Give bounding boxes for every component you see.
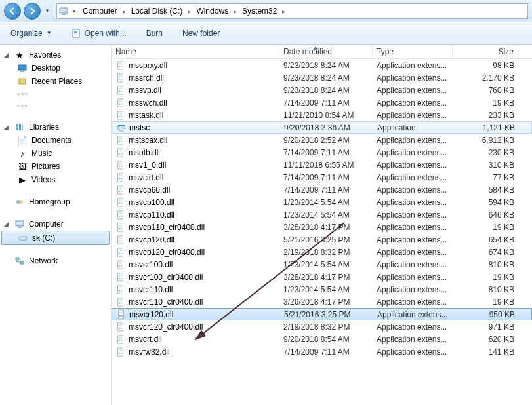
sidebar-item-blurred[interactable]: ▫ ▫▫ xyxy=(1,100,110,111)
file-name: msvcr110_clr0400.dll xyxy=(129,298,203,307)
computer-label: Computer xyxy=(29,220,64,229)
sidebar-item-videos[interactable]: ▶Videos xyxy=(1,173,110,186)
dll-file-icon xyxy=(115,197,126,208)
column-header-name[interactable]: Name xyxy=(112,45,279,58)
table-row[interactable]: msv1_0.dll11/11/2018 6:55 AMApplication … xyxy=(112,159,532,171)
recent-places-icon xyxy=(17,76,28,87)
breadcrumb[interactable]: ▸ Computer▸Local Disk (C:)▸Windows▸Syste… xyxy=(56,3,528,19)
sidebar-item-blurred[interactable]: ▫ ▫▫ xyxy=(1,88,110,100)
libraries-header[interactable]: ◢ Libraries xyxy=(1,121,110,134)
table-row[interactable]: msvcr120_clr0400.dll2/19/2018 8:32 PMApp… xyxy=(112,320,532,333)
table-row[interactable]: msvcp110_clr0400.dll3/26/2018 4:17 PMApp… xyxy=(112,221,532,233)
table-row[interactable]: msvcr110_clr0400.dll3/26/2018 4:17 PMApp… xyxy=(112,296,532,308)
svg-rect-80 xyxy=(119,249,121,251)
svg-rect-100 xyxy=(119,311,122,313)
open-with-button[interactable]: Open with... xyxy=(68,26,131,41)
column-header-type[interactable]: Type xyxy=(373,45,453,58)
computer-icon xyxy=(14,219,25,229)
sidebar-item-recent-places[interactable]: Recent Places xyxy=(1,75,110,88)
svg-rect-88 xyxy=(119,274,121,276)
breadcrumb-item[interactable]: System32 xyxy=(239,7,279,16)
burn-button[interactable]: Burn xyxy=(142,27,167,40)
homegroup-header[interactable]: ▸ Homegroup xyxy=(1,195,110,208)
table-row[interactable]: msswch.dll7/14/2009 7:11 AMApplication e… xyxy=(112,96,532,109)
svg-point-107 xyxy=(121,339,122,341)
forward-button[interactable] xyxy=(24,3,41,20)
file-rows[interactable]: mssprxy.dll9/23/2018 8:24 AMApplication … xyxy=(112,59,532,405)
file-type: Application xyxy=(373,123,453,132)
table-row[interactable]: msvcrt.dll9/20/2018 8:54 AMApplication e… xyxy=(112,333,532,345)
table-row[interactable]: msvcr100.dll1/23/2014 5:54 AMApplication… xyxy=(112,258,532,271)
organize-button[interactable]: Organize ▼ xyxy=(7,27,56,40)
file-name: mssrch.dll xyxy=(129,73,164,83)
table-row[interactable]: msutb.dll7/14/2009 7:11 AMApplication ex… xyxy=(112,146,532,159)
dll-file-icon xyxy=(115,60,126,71)
breadcrumb-item[interactable]: Local Disk (C:) xyxy=(129,7,186,16)
file-type: Application extens... xyxy=(373,136,453,145)
breadcrumb-item[interactable]: Windows xyxy=(194,7,231,16)
file-type: Application extens... xyxy=(373,322,453,332)
table-row[interactable]: msvcp60.dll7/14/2009 7:11 AMApplication … xyxy=(112,183,532,196)
svg-rect-52 xyxy=(119,162,121,164)
table-row[interactable]: mstsc9/20/2018 2:36 AMApplication1,121 K… xyxy=(112,121,532,134)
svg-rect-1 xyxy=(62,14,66,15)
table-row[interactable]: mssrch.dll9/23/2018 8:24 AMApplication e… xyxy=(112,71,532,84)
nav-history-dropdown[interactable]: ▼ xyxy=(43,3,51,20)
table-row[interactable]: msvfw32.dll7/14/2009 7:11 AMApplication … xyxy=(112,345,532,358)
svg-point-27 xyxy=(119,90,120,92)
sidebar-item-music[interactable]: ♪Music xyxy=(1,147,110,160)
file-date: 7/14/2009 7:11 AM xyxy=(279,148,373,157)
svg-point-42 xyxy=(119,140,120,142)
svg-rect-96 xyxy=(119,299,121,301)
table-row[interactable]: mssvp.dll9/23/2018 8:24 AMApplication ex… xyxy=(112,84,532,96)
table-row[interactable]: msvcp100.dll1/23/2014 5:54 AMApplication… xyxy=(112,196,532,208)
table-row[interactable]: msvcp120_clr0400.dll2/19/2018 8:32 PMApp… xyxy=(112,246,532,258)
breadcrumb-item[interactable]: Computer xyxy=(80,7,120,16)
file-date: 1/23/2014 5:54 AM xyxy=(279,210,373,220)
network-header[interactable]: ▸ Network xyxy=(1,254,110,267)
file-name: msutb.dll xyxy=(129,148,160,157)
file-type: Application extens... xyxy=(373,335,453,344)
svg-rect-4 xyxy=(18,65,26,70)
table-row[interactable]: msvcp110.dll1/23/2014 5:54 AMApplication… xyxy=(112,208,532,221)
new-folder-label: New folder xyxy=(182,29,220,38)
sidebar-item-local-disk-c[interactable]: sk (C:) xyxy=(1,231,110,245)
dll-file-icon xyxy=(115,222,126,233)
file-name: msv1_0.dll xyxy=(129,161,166,170)
column-header-date[interactable]: Date modified xyxy=(279,45,373,58)
svg-point-46 xyxy=(119,153,120,154)
table-row[interactable]: msvcp120.dll5/21/2016 3:25 PMApplication… xyxy=(112,233,532,246)
table-row[interactable]: msvcirt.dll7/14/2009 7:11 AMApplication … xyxy=(112,171,532,183)
collapse-icon: ◢ xyxy=(4,52,10,58)
file-type: Application extens... xyxy=(373,235,453,244)
svg-rect-108 xyxy=(119,336,121,338)
file-date: 9/23/2018 8:24 AM xyxy=(279,61,373,70)
table-row[interactable]: msvcr110.dll1/23/2014 5:54 AMApplication… xyxy=(112,283,532,296)
table-row[interactable]: msvcr120.dll5/21/2016 3:25 PMApplication… xyxy=(112,308,532,320)
column-header-size[interactable]: Size xyxy=(453,45,518,58)
computer-header[interactable]: ◢ Computer xyxy=(1,218,110,231)
dll-file-icon xyxy=(115,260,126,270)
main-pane: ◢ ★ Favorites Desktop Recent Places ▫ ▫▫… xyxy=(0,45,532,405)
svg-point-58 xyxy=(119,190,120,191)
svg-point-11 xyxy=(19,200,23,204)
homegroup-icon xyxy=(14,197,25,207)
file-name: msvcr100.dll xyxy=(129,260,173,269)
new-folder-button[interactable]: New folder xyxy=(178,27,224,40)
sidebar-item-documents[interactable]: 📄Documents xyxy=(1,134,110,147)
table-row[interactable]: mstscax.dll9/20/2018 2:52 AMApplication … xyxy=(112,134,532,146)
table-row[interactable]: mstask.dll11/21/2010 8:54 AMApplication … xyxy=(112,109,532,121)
file-name: msvcr120_clr0400.dll xyxy=(129,322,203,332)
table-row[interactable]: msvcr100_clr0400.dll3/26/2018 4:17 PMApp… xyxy=(112,271,532,283)
favorites-header[interactable]: ◢ ★ Favorites xyxy=(1,48,110,62)
table-row[interactable]: mssprxy.dll9/23/2018 8:24 AMApplication … xyxy=(112,59,532,71)
sidebar-item-desktop[interactable]: Desktop xyxy=(1,62,110,75)
column-label: Date modified xyxy=(283,47,332,56)
sidebar-item-label: Videos xyxy=(31,175,55,184)
back-button[interactable] xyxy=(4,3,21,20)
sidebar-item-pictures[interactable]: 🖼Pictures xyxy=(1,160,110,173)
collapse-icon: ◢ xyxy=(4,221,10,227)
svg-rect-44 xyxy=(119,137,121,139)
chevron-down-icon: ▼ xyxy=(47,30,52,36)
dll-file-icon xyxy=(116,309,127,320)
